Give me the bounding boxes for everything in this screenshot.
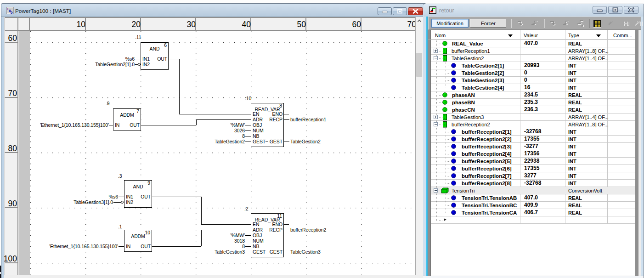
svg-text:D: D <box>11 11 13 14</box>
